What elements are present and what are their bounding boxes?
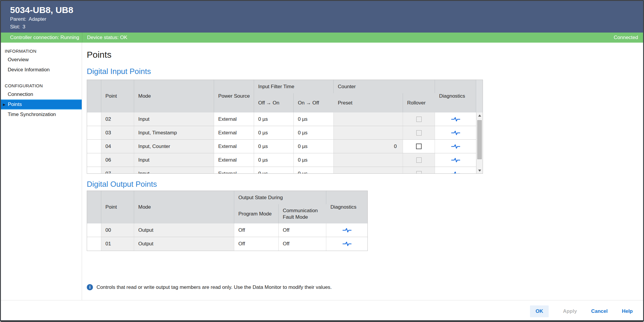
diagnostics-pulse-icon[interactable] (343, 242, 351, 246)
diagnostics-pulse-icon[interactable] (451, 171, 460, 174)
cell-power-source[interactable]: External (214, 153, 254, 167)
title-bar: 5034-UB8, UB8 Parent:Adapter Slot:3 (0, 0, 644, 33)
cell-diagnostics[interactable] (435, 153, 476, 167)
col-header-comm-fault-mode: Communication Fault Mode (279, 204, 326, 223)
cell-program-mode[interactable]: Off (234, 237, 279, 251)
cell-mode[interactable]: Input, Timestamp (134, 126, 214, 139)
cell-off-to-on[interactable]: 0 µs (254, 153, 294, 167)
sidebar-item-connection[interactable]: Connection (0, 89, 82, 99)
sidebar-item-time-synchronization[interactable]: Time Synchronization (0, 110, 82, 120)
cell-rollover (403, 153, 435, 167)
col-header-point: Point (101, 80, 134, 112)
scroll-up-arrow-icon[interactable] (476, 112, 483, 118)
output-table-row: 00 Output Off Off (87, 223, 367, 237)
diagnostics-pulse-icon[interactable] (451, 117, 460, 122)
cell-preset (334, 126, 403, 139)
scroll-down-arrow-icon[interactable] (476, 168, 483, 173)
cancel-button[interactable]: Cancel (591, 308, 608, 314)
col-header-program-mode: Program Mode (234, 204, 279, 223)
cell-power-source[interactable]: External (214, 140, 254, 153)
cell-off-to-on[interactable]: 0 µs (254, 126, 294, 139)
help-button[interactable]: Help (622, 308, 633, 314)
rollover-checkbox (416, 117, 422, 122)
apply-button[interactable]: Apply (563, 308, 577, 314)
sidebar-nav: INFORMATION Overview Device Information … (0, 43, 82, 300)
diagnostics-pulse-icon[interactable] (343, 228, 351, 233)
cell-on-to-off[interactable]: 0 µs (294, 126, 334, 139)
cell-on-to-off[interactable]: 0 µs (294, 167, 334, 173)
diagnostics-pulse-icon[interactable] (451, 131, 460, 135)
cell-diagnostics[interactable] (326, 237, 367, 251)
cell-off-to-on[interactable]: 0 µs (254, 140, 294, 153)
col-header-scrollbar-filler (476, 80, 483, 112)
cell-diagnostics[interactable] (435, 167, 476, 173)
rollover-checkbox (416, 171, 422, 174)
cell-off-to-on[interactable]: 0 µs (254, 167, 294, 173)
cell-comm-fault-mode[interactable]: Off (279, 237, 326, 251)
cell-rollover[interactable] (403, 140, 435, 153)
cell-preset[interactable]: 0 (334, 140, 403, 153)
cell-mode[interactable]: Output (134, 223, 234, 237)
input-table-row: 06 Input External 0 µs 0 µs (87, 153, 476, 167)
row-selector[interactable] (87, 167, 101, 173)
cell-preset (334, 167, 403, 173)
input-table-header: Point Mode Power Source Input Filter Tim… (87, 80, 483, 112)
col-header-rollover: Rollover (403, 93, 435, 112)
col-header-diagnostics: Diagnostics (326, 191, 367, 223)
sidebar-item-points[interactable]: ▶ Points (0, 99, 82, 110)
input-table-row: 02 Input External 0 µs 0 µs (87, 112, 476, 126)
diagnostics-pulse-icon[interactable] (451, 158, 460, 162)
cell-diagnostics[interactable] (435, 140, 476, 153)
cell-on-to-off[interactable]: 0 µs (294, 153, 334, 167)
rollover-checkbox[interactable] (416, 144, 422, 149)
cell-preset (334, 112, 403, 126)
cell-mode[interactable]: Output (134, 237, 234, 251)
sidebar-item-device-information[interactable]: Device Information (0, 65, 82, 75)
slot-line: Slot:3 (10, 23, 644, 31)
cell-off-to-on[interactable]: 0 µs (254, 112, 294, 126)
sidebar-section-configuration: CONFIGURATION (5, 83, 82, 88)
cell-diagnostics[interactable] (435, 126, 476, 139)
cell-mode[interactable]: Input (134, 153, 214, 167)
cell-on-to-off[interactable]: 0 µs (294, 140, 334, 153)
col-header-off-to-on: Off → On (254, 93, 294, 112)
cell-diagnostics[interactable] (326, 223, 367, 237)
cell-comm-fault-mode[interactable]: Off (279, 223, 326, 237)
cell-mode[interactable]: Input (134, 167, 214, 173)
ok-button[interactable]: OK (530, 305, 549, 317)
cell-program-mode[interactable]: Off (234, 223, 279, 237)
input-table-scrollbar[interactable] (476, 112, 483, 173)
row-selector[interactable] (87, 140, 101, 153)
input-table-body: 02 Input External 0 µs 0 µs 03 Input, Ti… (87, 112, 483, 173)
row-selector[interactable] (87, 112, 101, 126)
row-selector[interactable] (87, 237, 101, 251)
col-header-mode: Mode (134, 191, 234, 223)
note-text: Controls that read or write output tag m… (97, 284, 332, 290)
row-selector[interactable] (87, 153, 101, 167)
cell-power-source[interactable]: External (214, 112, 254, 126)
cell-point: 00 (101, 223, 134, 237)
device-properties-window: 5034-UB8, UB8 Parent:Adapter Slot:3 Cont… (0, 0, 644, 322)
row-selector[interactable] (87, 223, 101, 237)
cell-on-to-off[interactable]: 0 µs (294, 112, 334, 126)
cell-power-source[interactable]: External (214, 167, 254, 173)
cell-diagnostics[interactable] (435, 112, 476, 126)
cell-mode[interactable]: Input (134, 112, 214, 126)
row-selector[interactable] (87, 126, 101, 139)
scrollbar-thumb[interactable] (477, 120, 482, 159)
rollover-checkbox (416, 130, 422, 136)
col-header-row-selector (87, 80, 101, 112)
cell-mode[interactable]: Input, Counter (134, 140, 214, 153)
sidebar-item-overview[interactable]: Overview (0, 55, 82, 65)
col-header-power-source: Power Source (214, 80, 254, 112)
digital-input-points-table: Point Mode Power Source Input Filter Tim… (87, 80, 483, 174)
input-table-row: 03 Input, Timestamp External 0 µs 0 µs (87, 126, 476, 140)
diagnostics-pulse-icon[interactable] (451, 144, 460, 149)
main-content: Points Digital Input Points Point Mode P… (82, 43, 644, 300)
cell-rollover (403, 112, 435, 126)
cell-rollover (403, 167, 435, 173)
page-title: Points (87, 49, 644, 60)
col-header-diagnostics: Diagnostics (435, 80, 476, 112)
read-only-note: i Controls that read or write output tag… (87, 284, 644, 290)
cell-power-source[interactable]: External (214, 126, 254, 139)
